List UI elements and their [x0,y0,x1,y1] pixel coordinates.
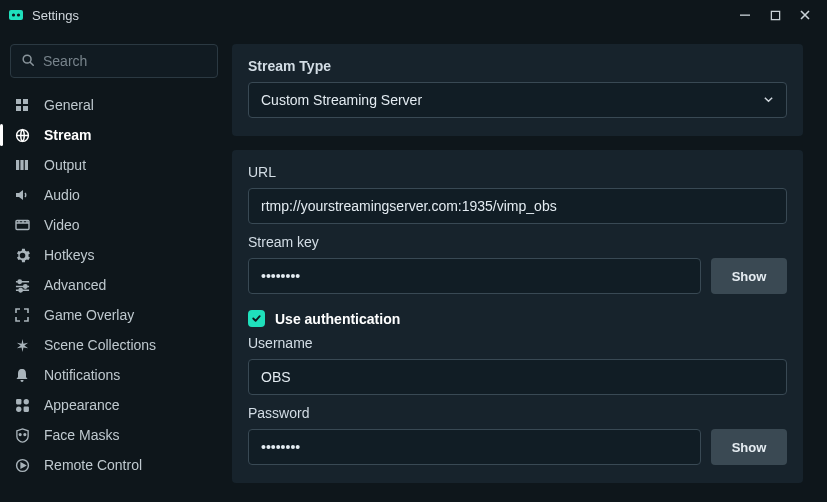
checkbox-checked-icon [248,310,265,327]
svg-rect-18 [16,399,21,404]
sidebar-item-hotkeys[interactable]: Hotkeys [10,240,218,270]
stream-key-label: Stream key [248,234,787,250]
app-icon [8,7,24,23]
sidebar-item-label: Advanced [44,277,106,293]
password-input[interactable] [248,429,701,465]
video-icon [14,217,30,233]
svg-rect-6 [16,99,21,104]
mask-icon [14,427,30,443]
url-input[interactable] [248,188,787,224]
stream-details-panel: URL Stream key Show Use authentication [232,150,803,483]
username-input[interactable] [248,359,787,395]
sidebar-item-label: Notifications [44,367,120,383]
play-circle-icon [14,457,30,473]
sidebar-item-label: Game Overlay [44,307,134,323]
svg-point-17 [18,288,21,291]
sidebar-item-appearance[interactable]: Appearance [10,390,218,420]
titlebar: Settings [0,0,827,30]
svg-rect-7 [23,99,28,104]
sidebar-nav: General Stream Output Audio Video Hotkey… [10,90,218,480]
sidebar-item-label: Scene Collections [44,337,156,353]
svg-point-1 [12,13,15,16]
username-label: Username [248,335,787,351]
sliders-icon [14,277,30,293]
sidebar-item-label: Stream [44,127,91,143]
svg-rect-20 [16,406,21,411]
sidebar-item-output[interactable]: Output [10,150,218,180]
stream-key-field[interactable] [261,259,688,293]
maximize-button[interactable] [761,3,789,27]
sidebar-item-scene-collections[interactable]: Scene Collections [10,330,218,360]
stream-type-value: Custom Streaming Server [261,92,422,108]
sidebar-item-label: General [44,97,94,113]
expand-icon [14,307,30,323]
use-auth-label: Use authentication [275,311,400,327]
svg-point-23 [23,433,25,435]
sidebar-item-stream[interactable]: Stream [10,120,218,150]
minimize-button[interactable] [731,3,759,27]
sidebar-item-label: Face Masks [44,427,119,443]
svg-rect-0 [9,10,23,20]
audio-icon [14,187,30,203]
sidebar-item-remote-control[interactable]: Remote Control [10,450,218,480]
stream-type-panel: Stream Type Custom Streaming Server [232,44,803,136]
sidebar-item-advanced[interactable]: Advanced [10,270,218,300]
sidebar-item-audio[interactable]: Audio [10,180,218,210]
window-title: Settings [32,8,79,23]
search-input[interactable] [10,44,218,78]
svg-point-15 [18,280,21,283]
gear-icon [14,247,30,263]
search-field[interactable] [43,53,207,69]
svg-point-2 [17,13,20,16]
sidebar-item-face-masks[interactable]: Face Masks [10,420,218,450]
svg-rect-12 [20,160,23,170]
svg-rect-21 [23,406,28,411]
output-icon [14,157,30,173]
sidebar-item-notifications[interactable]: Notifications [10,360,218,390]
sidebar-item-game-overlay[interactable]: Game Overlay [10,300,218,330]
show-key-button[interactable]: Show [711,258,787,294]
password-label: Password [248,405,787,421]
svg-point-22 [19,433,21,435]
sidebar-item-label: Remote Control [44,457,142,473]
search-icon [21,53,35,70]
sidebar-item-general[interactable]: General [10,90,218,120]
sidebar-item-label: Video [44,217,80,233]
svg-point-16 [23,284,26,287]
globe-icon [14,127,30,143]
stream-type-label: Stream Type [248,58,787,74]
sidebar-item-label: Output [44,157,86,173]
svg-rect-11 [16,160,19,170]
sidebar: General Stream Output Audio Video Hotkey… [0,30,228,502]
svg-rect-9 [23,106,28,111]
url-label: URL [248,164,787,180]
use-auth-checkbox[interactable]: Use authentication [248,310,787,327]
grid-icon [14,97,30,113]
username-field[interactable] [261,360,774,394]
url-field[interactable] [261,189,774,223]
stream-key-input[interactable] [248,258,701,294]
appearance-icon [14,397,30,413]
bell-icon [14,367,30,383]
content: Stream Type Custom Streaming Server URL … [228,30,827,502]
asterisk-icon [14,337,30,353]
show-password-button[interactable]: Show [711,429,787,465]
svg-rect-19 [23,399,28,404]
chevron-down-icon [763,92,774,108]
sidebar-item-label: Appearance [44,397,120,413]
stream-type-select[interactable]: Custom Streaming Server [248,82,787,118]
password-field[interactable] [261,430,688,464]
close-button[interactable] [791,3,819,27]
svg-rect-4 [771,11,779,19]
sidebar-item-label: Audio [44,187,80,203]
svg-rect-3 [740,15,750,16]
sidebar-item-label: Hotkeys [44,247,95,263]
svg-rect-8 [16,106,21,111]
sidebar-item-video[interactable]: Video [10,210,218,240]
svg-rect-13 [25,160,28,170]
